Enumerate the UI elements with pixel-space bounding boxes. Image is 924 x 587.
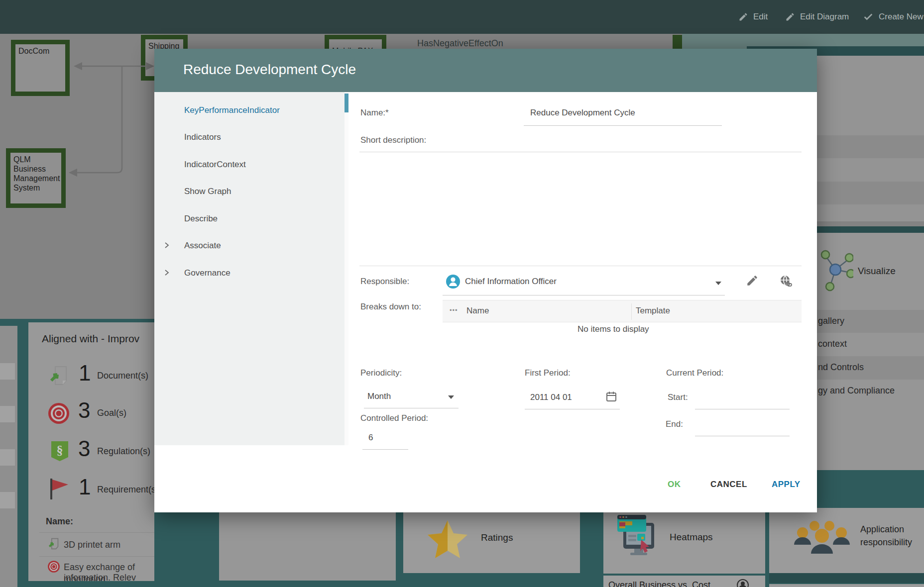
table-empty-message: No items to display xyxy=(578,324,649,334)
pencil-icon xyxy=(785,12,795,22)
end-underline[interactable] xyxy=(695,436,790,436)
pencil-icon xyxy=(738,12,748,22)
menu-row-label: nd Controls xyxy=(818,362,864,373)
column-header-template[interactable]: Template xyxy=(636,306,670,316)
current-period-label: Current Period: xyxy=(666,368,723,378)
first-period-value[interactable]: 2011 04 01 xyxy=(530,392,572,402)
edit-pencil-icon[interactable] xyxy=(746,274,759,287)
heatmaps-label: Heatmaps xyxy=(670,532,713,543)
heatmaps-card[interactable]: Heatmaps xyxy=(603,508,765,574)
goal-icon xyxy=(47,560,60,573)
ok-button[interactable]: OK xyxy=(668,480,681,489)
tile xyxy=(0,492,15,508)
right-band-bottom xyxy=(769,573,924,583)
card-title: Aligned with - Improv xyxy=(42,333,139,345)
ratings-card[interactable]: Ratings xyxy=(403,511,580,573)
apply-button[interactable]: APPLY xyxy=(772,480,801,489)
visualize-label[interactable]: Visualize xyxy=(858,266,896,277)
app-responsibility-card[interactable]: Application responsibility xyxy=(769,508,924,573)
scrollbar-thumb[interactable] xyxy=(345,94,348,112)
app-resp-label-line1: Application xyxy=(860,524,904,535)
globe-link-icon[interactable] xyxy=(779,274,793,288)
chevron-right-icon[interactable] xyxy=(163,242,170,249)
divider xyxy=(39,532,154,533)
controlled-period-label: Controlled Period: xyxy=(360,413,428,423)
controlled-period-underline xyxy=(362,449,408,450)
stat-count: 1 xyxy=(79,475,91,499)
sidebar-item-describe[interactable]: Describe xyxy=(184,214,218,224)
responsible-value[interactable]: Chief Information Officer xyxy=(465,277,557,287)
breaks-down-label: Breaks down to: xyxy=(360,302,421,312)
overall-business-label: Overall Business vs. Cost xyxy=(608,580,710,587)
menu-row-label: gy and Compliance xyxy=(818,386,895,396)
periodicity-label: Periodicity: xyxy=(360,368,402,378)
sidebar-item-associate[interactable]: Associate xyxy=(184,241,221,251)
regulation-icon: § xyxy=(49,440,70,462)
sidebar-item-indicatorcontext[interactable]: IndicatorContext xyxy=(184,160,246,170)
dialog-title: Reduce Development Cycle xyxy=(183,62,356,78)
responsible-label: Responsible: xyxy=(360,277,409,287)
dialog-sidebar: KeyPerformanceIndicator Indicators Indic… xyxy=(154,92,345,445)
end-label: End: xyxy=(666,419,683,429)
divider xyxy=(39,556,154,557)
breakdown-table-header: ••• Name Template xyxy=(443,300,802,322)
table-menu-button[interactable]: ••• xyxy=(450,306,458,314)
person-icon xyxy=(446,274,461,289)
edit-button[interactable]: Edit xyxy=(738,0,768,34)
tile xyxy=(0,449,15,466)
relation-label: HasNegativeEffectOn xyxy=(417,38,503,49)
tile xyxy=(0,406,15,422)
list-item[interactable]: 3D printet arm xyxy=(64,540,120,550)
periodicity-value[interactable]: Month xyxy=(367,391,391,401)
start-label: Start: xyxy=(668,392,688,402)
stat-label: Goal(s) xyxy=(97,408,126,418)
name-label: Name: xyxy=(46,516,73,527)
periodicity-underline xyxy=(364,408,459,408)
stat-count: 1 xyxy=(79,361,91,386)
dialog-content: Name:* Reduce Development Cycle Short de… xyxy=(348,92,817,445)
overall-business-card[interactable]: Overall Business vs. Cost xyxy=(603,576,765,587)
cancel-button[interactable]: CANCEL xyxy=(710,480,747,489)
first-period-underline xyxy=(525,409,620,409)
svg-text:§: § xyxy=(57,443,63,458)
start-underline[interactable] xyxy=(695,409,790,409)
edit-diagram-button-label: Edit Diagram xyxy=(800,12,849,22)
tile xyxy=(0,363,15,380)
document-icon xyxy=(49,365,70,387)
sidebar-item-keyperformanceindicator[interactable]: KeyPerformanceIndicator xyxy=(184,105,280,115)
kpi-dialog: Reduce Development Cycle KeyPerformanceI… xyxy=(154,49,817,512)
heatmap-monitor-icon xyxy=(613,513,656,557)
section-divider xyxy=(359,266,802,266)
responsible-underline xyxy=(443,295,725,295)
list-item-line2: monitoring xyxy=(64,574,106,581)
sidebar-item-indicators[interactable]: Indicators xyxy=(184,132,221,142)
app-window: Edit Edit Diagram Create New R DocCom Sh… xyxy=(0,0,924,587)
stat-label: Requirement(s xyxy=(97,485,154,495)
app-resp-label-line2: responsibility xyxy=(860,537,912,548)
create-new-button-label: Create New R xyxy=(879,12,924,22)
edit-diagram-button[interactable]: Edit Diagram xyxy=(785,0,849,34)
menu-row-label: gallery xyxy=(818,316,844,326)
create-new-button[interactable]: Create New R xyxy=(863,0,924,34)
sidebar-item-governance[interactable]: Governance xyxy=(184,268,231,278)
bottom-card-sliver xyxy=(769,584,924,587)
column-header-name[interactable]: Name xyxy=(466,306,489,316)
short-description-underline[interactable] xyxy=(359,152,802,152)
check-icon xyxy=(863,11,874,22)
ratings-label: Ratings xyxy=(481,532,513,543)
left-sliver-card xyxy=(0,326,17,587)
dialog-scrollbar[interactable] xyxy=(345,92,348,445)
calendar-icon[interactable] xyxy=(605,391,617,402)
sidebar-item-show-graph[interactable]: Show Graph xyxy=(184,187,231,196)
diagram-box-edge xyxy=(673,35,682,50)
stat-count: 3 xyxy=(78,436,90,461)
periodicity-dropdown-caret[interactable] xyxy=(448,395,454,399)
people-group-icon xyxy=(794,519,850,558)
star-icon xyxy=(427,519,468,559)
chevron-right-icon[interactable] xyxy=(163,269,170,276)
responsible-dropdown-caret[interactable] xyxy=(715,282,721,285)
controlled-period-value[interactable]: 6 xyxy=(368,433,373,443)
molecule-icon xyxy=(820,249,853,292)
name-field-value[interactable]: Reduce Development Cycle xyxy=(530,108,635,118)
goal-icon xyxy=(47,402,70,425)
